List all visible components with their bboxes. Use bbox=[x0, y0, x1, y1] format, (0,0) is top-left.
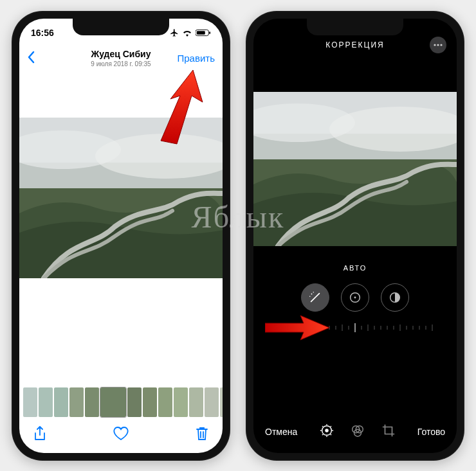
svg-point-18 bbox=[309, 296, 310, 296]
phone-right: КОРРЕКЦИЯ АВТО bbox=[246, 11, 464, 461]
thumbnail-strip[interactable] bbox=[19, 387, 223, 417]
wifi-icon bbox=[182, 29, 192, 37]
svg-point-9 bbox=[437, 44, 439, 46]
svg-rect-2 bbox=[209, 31, 210, 34]
nav-title: Жудец Сибиу bbox=[66, 49, 176, 59]
status-icons bbox=[170, 28, 211, 37]
exposure-button[interactable] bbox=[341, 283, 369, 312]
svg-point-48 bbox=[325, 429, 329, 432]
share-button[interactable] bbox=[33, 426, 46, 444]
photo-image bbox=[253, 92, 457, 246]
edit-button[interactable]: Править bbox=[176, 53, 215, 64]
status-time: 16:56 bbox=[31, 28, 54, 38]
notch bbox=[307, 19, 403, 35]
notch bbox=[73, 19, 169, 35]
screen-left: 16:56 Жудец Сибиу 9 июля 2018 г. 09: bbox=[19, 19, 223, 453]
crop-tab[interactable] bbox=[381, 423, 396, 440]
airplane-icon bbox=[170, 28, 179, 37]
filters-tab[interactable] bbox=[351, 423, 365, 440]
adjustment-row bbox=[253, 283, 457, 312]
favorite-button[interactable] bbox=[113, 427, 129, 443]
svg-point-50 bbox=[326, 436, 327, 437]
battery-icon bbox=[196, 29, 211, 37]
edit-mode-tabs bbox=[320, 423, 396, 440]
svg-point-8 bbox=[434, 44, 435, 46]
auto-enhance-button[interactable] bbox=[301, 283, 329, 312]
delete-button[interactable] bbox=[196, 426, 208, 444]
more-button[interactable] bbox=[430, 37, 446, 53]
bottom-toolbar bbox=[19, 421, 223, 453]
cancel-button[interactable]: Отмена bbox=[265, 427, 297, 437]
svg-point-52 bbox=[332, 430, 333, 431]
svg-point-16 bbox=[311, 293, 313, 294]
done-button[interactable]: Готово bbox=[417, 427, 445, 437]
phone-left: 16:56 Жудец Сибиу 9 июля 2018 г. 09: bbox=[12, 11, 230, 461]
svg-point-20 bbox=[354, 296, 356, 298]
edit-photo-viewer[interactable] bbox=[253, 92, 457, 246]
svg-point-54 bbox=[330, 426, 331, 427]
nav-subtitle: 9 июля 2018 г. 09:35 bbox=[66, 60, 176, 67]
adjustment-label: АВТО bbox=[253, 264, 457, 272]
svg-point-56 bbox=[330, 434, 331, 436]
edit-toolbar: Отмена Готово bbox=[253, 416, 457, 453]
svg-point-10 bbox=[440, 44, 442, 46]
arrow-annotation-edit bbox=[142, 70, 212, 147]
nav-bar: Жудец Сибиу 9 июля 2018 г. 09:35 Править bbox=[19, 44, 223, 73]
svg-rect-1 bbox=[197, 31, 205, 35]
back-button[interactable] bbox=[27, 51, 66, 66]
arrow-annotation-wand bbox=[265, 312, 329, 344]
screen-right: КОРРЕКЦИЯ АВТО bbox=[253, 19, 457, 453]
svg-point-53 bbox=[322, 426, 323, 427]
nav-title-block: Жудец Сибиу 9 июля 2018 г. 09:35 bbox=[66, 49, 176, 67]
adjust-tab[interactable] bbox=[320, 423, 334, 440]
svg-point-17 bbox=[313, 292, 314, 292]
brilliance-button[interactable] bbox=[381, 283, 409, 312]
svg-point-51 bbox=[320, 430, 321, 431]
svg-point-49 bbox=[326, 424, 327, 425]
svg-point-55 bbox=[322, 434, 323, 436]
edit-title: КОРРЕКЦИЯ bbox=[280, 40, 430, 49]
